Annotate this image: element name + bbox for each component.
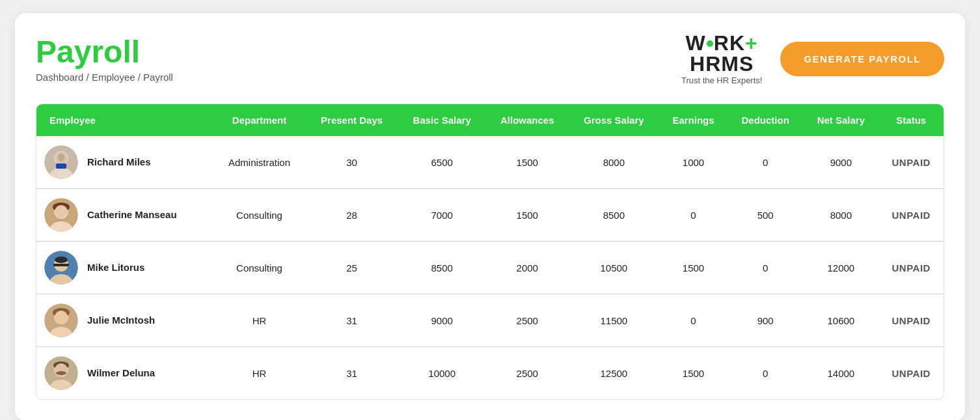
svg-point-14 <box>55 257 68 263</box>
cell-deduction: 900 <box>728 294 803 347</box>
table-row: Wilmer Deluna HR 31 10000 2500 12500 150… <box>36 347 944 400</box>
status-badge: UNPAID <box>892 210 931 221</box>
cell-present-days: 25 <box>306 242 398 294</box>
svg-point-10 <box>55 205 68 218</box>
table-row: Mike Litorus Consulting 25 8500 2000 105… <box>36 242 944 294</box>
cell-deduction: 0 <box>728 136 803 189</box>
breadcrumb: Dashboard / Employee / Payroll <box>36 72 173 83</box>
col-status: Status <box>878 104 944 136</box>
main-card: Payroll Dashboard / Employee / Payroll W… <box>15 13 965 420</box>
employee-name: Catherine Manseau <box>87 208 177 221</box>
cell-net-salary: 14000 <box>803 347 878 400</box>
table-header: Employee Department Present Days Basic S… <box>36 104 944 136</box>
cell-status: UNPAID <box>878 136 944 189</box>
col-earnings: Earnings <box>659 104 728 136</box>
table-body: Richard Miles Administration 30 6500 150… <box>36 136 944 399</box>
status-badge: UNPAID <box>892 368 931 379</box>
avatar <box>44 356 78 390</box>
logo-text: WRK+ HRMS <box>681 33 763 74</box>
employee-cell: Mike Litorus <box>44 251 206 285</box>
cell-basic-salary: 8500 <box>398 242 486 294</box>
svg-point-26 <box>56 371 66 375</box>
col-net-salary: Net Salary <box>803 104 878 136</box>
svg-point-20 <box>55 311 68 324</box>
cell-present-days: 31 <box>306 294 398 347</box>
cell-status: UNPAID <box>878 294 944 347</box>
svg-rect-5 <box>56 163 66 169</box>
cell-basic-salary: 7000 <box>398 189 486 242</box>
avatar <box>44 145 78 179</box>
employee-cell: Julie McIntosh <box>44 303 206 337</box>
generate-payroll-button[interactable]: GENERATE PAYROLL <box>780 42 944 76</box>
cell-present-days: 30 <box>306 136 398 189</box>
cell-employee: Mike Litorus <box>36 242 213 294</box>
employee-cell: Catherine Manseau <box>44 198 206 232</box>
cell-gross-salary: 8000 <box>569 136 659 189</box>
col-present-days: Present Days <box>306 104 398 136</box>
cell-allowances: 2500 <box>486 294 569 347</box>
cell-earnings: 0 <box>659 189 728 242</box>
cell-status: UNPAID <box>878 242 944 294</box>
status-badge: UNPAID <box>892 157 931 168</box>
table-row: Catherine Manseau Consulting 28 7000 150… <box>36 189 944 242</box>
logo-plus: + <box>745 31 758 55</box>
svg-rect-15 <box>53 264 69 266</box>
cell-basic-salary: 10000 <box>398 347 486 400</box>
cell-allowances: 1500 <box>486 136 569 189</box>
cell-deduction: 0 <box>728 347 803 400</box>
cell-earnings: 0 <box>659 294 728 347</box>
logo-hrms: HRMS <box>690 52 754 76</box>
header-left: Payroll Dashboard / Employee / Payroll <box>36 35 173 83</box>
employee-name: Mike Litorus <box>87 261 144 274</box>
employee-name: Richard Miles <box>87 156 151 169</box>
status-badge: UNPAID <box>892 315 931 326</box>
cell-status: UNPAID <box>878 347 944 400</box>
cell-earnings: 1500 <box>659 242 728 294</box>
table-row: Richard Miles Administration 30 6500 150… <box>36 136 944 189</box>
cell-present-days: 31 <box>306 347 398 400</box>
employee-name: Julie McIntosh <box>87 314 155 327</box>
col-department: Department <box>213 104 306 136</box>
cell-gross-salary: 8500 <box>569 189 659 242</box>
col-gross-salary: Gross Salary <box>569 104 659 136</box>
avatar <box>44 251 78 285</box>
cell-department: Administration <box>213 136 306 189</box>
cell-earnings: 1000 <box>659 136 728 189</box>
cell-gross-salary: 12500 <box>569 347 659 400</box>
status-badge: UNPAID <box>892 262 931 273</box>
cell-department: Consulting <box>213 242 306 294</box>
logo: WRK+ HRMS Trust the HR Experts! <box>681 33 763 85</box>
cell-allowances: 1500 <box>486 189 569 242</box>
cell-department: HR <box>213 347 306 400</box>
cell-net-salary: 8000 <box>803 189 878 242</box>
cell-employee: Catherine Manseau <box>36 189 213 242</box>
employee-cell: Wilmer Deluna <box>44 356 206 390</box>
cell-department: HR <box>213 294 306 347</box>
cell-employee: Julie McIntosh <box>36 294 213 347</box>
cell-allowances: 2500 <box>486 347 569 400</box>
cell-employee: Richard Miles <box>36 136 213 189</box>
payroll-table: Employee Department Present Days Basic S… <box>36 104 944 399</box>
cell-deduction: 500 <box>728 189 803 242</box>
employee-name: Wilmer Deluna <box>87 367 155 380</box>
cell-gross-salary: 11500 <box>569 294 659 347</box>
cell-net-salary: 9000 <box>803 136 878 189</box>
cell-basic-salary: 9000 <box>398 294 486 347</box>
page-title: Payroll <box>36 35 173 70</box>
cell-basic-salary: 6500 <box>398 136 486 189</box>
cell-earnings: 1500 <box>659 347 728 400</box>
cell-deduction: 0 <box>728 242 803 294</box>
header-right: WRK+ HRMS Trust the HR Experts! GENERATE… <box>681 33 944 85</box>
avatar <box>44 198 78 232</box>
col-basic-salary: Basic Salary <box>398 104 486 136</box>
cell-employee: Wilmer Deluna <box>36 347 213 400</box>
header-row: Employee Department Present Days Basic S… <box>36 104 944 136</box>
col-allowances: Allowances <box>486 104 569 136</box>
table-row: Julie McIntosh HR 31 9000 2500 11500 0 9… <box>36 294 944 347</box>
logo-dot <box>707 40 713 47</box>
payroll-table-wrapper: Employee Department Present Days Basic S… <box>36 104 944 400</box>
avatar <box>44 303 78 337</box>
col-deduction: Deduction <box>728 104 803 136</box>
cell-net-salary: 10600 <box>803 294 878 347</box>
cell-status: UNPAID <box>878 189 944 242</box>
